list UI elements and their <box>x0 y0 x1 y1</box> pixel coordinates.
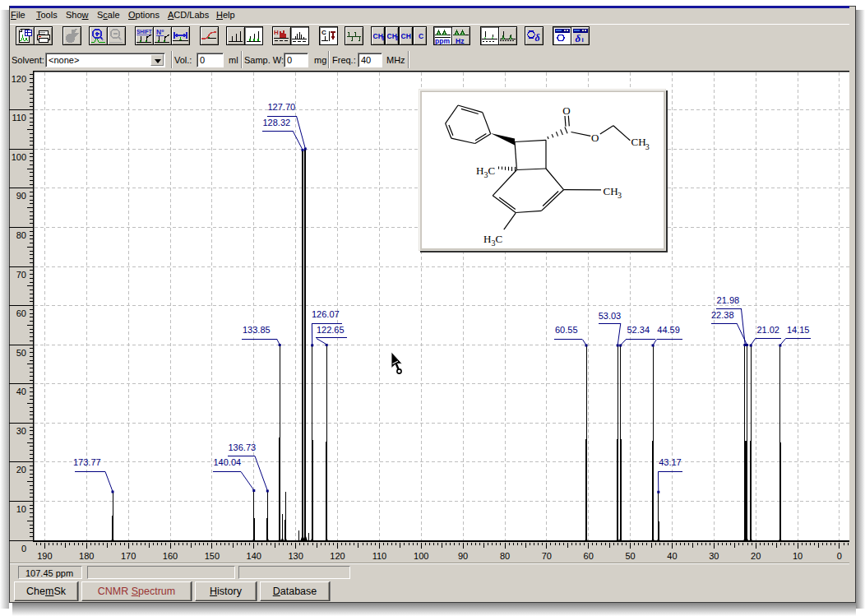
svg-text:70: 70 <box>16 270 26 280</box>
svg-text:110: 110 <box>372 551 387 561</box>
svg-text:160: 160 <box>163 551 178 561</box>
svg-text:90: 90 <box>458 551 468 561</box>
svg-text:44.59: 44.59 <box>657 325 680 335</box>
svg-text:14.15: 14.15 <box>787 325 810 335</box>
svg-text:70: 70 <box>542 551 552 561</box>
svg-text:122.65: 122.65 <box>317 325 345 335</box>
svg-text:30: 30 <box>709 551 719 561</box>
svg-text:190: 190 <box>37 551 52 561</box>
svg-text:CH: CH <box>631 136 646 148</box>
svg-text:H: H <box>483 233 491 245</box>
svg-text:21.02: 21.02 <box>756 325 779 335</box>
svg-text:40: 40 <box>16 387 26 396</box>
svg-text:120: 120 <box>12 74 26 84</box>
svg-text:60: 60 <box>584 551 594 561</box>
svg-text:40: 40 <box>667 551 677 561</box>
svg-text:53.03: 53.03 <box>599 311 622 321</box>
svg-text:128.32: 128.32 <box>263 118 291 127</box>
svg-text:21.98: 21.98 <box>717 295 740 305</box>
svg-text:0: 0 <box>837 551 842 561</box>
svg-text:90: 90 <box>16 191 26 201</box>
svg-text:140.04: 140.04 <box>214 457 242 467</box>
svg-text:180: 180 <box>79 551 94 561</box>
svg-text:10: 10 <box>16 504 26 514</box>
svg-text:126.07: 126.07 <box>312 309 340 319</box>
svg-text:60: 60 <box>16 308 26 318</box>
svg-text:3: 3 <box>645 142 650 151</box>
svg-text:20: 20 <box>16 465 26 475</box>
svg-text:0: 0 <box>21 544 26 553</box>
svg-text:170: 170 <box>121 551 136 561</box>
svg-text:CH: CH <box>604 185 618 197</box>
svg-text:60.55: 60.55 <box>555 325 578 335</box>
svg-text:O: O <box>591 132 599 144</box>
svg-text:22.38: 22.38 <box>711 310 734 320</box>
svg-text:173.77: 173.77 <box>73 457 101 467</box>
svg-text:O: O <box>562 104 570 117</box>
svg-text:120: 120 <box>330 551 345 561</box>
svg-text:H: H <box>476 164 483 177</box>
svg-text:C: C <box>488 164 496 177</box>
svg-text:C: C <box>496 233 503 245</box>
svg-text:130: 130 <box>288 551 303 561</box>
svg-text:3: 3 <box>618 191 622 200</box>
svg-text:20: 20 <box>751 551 761 561</box>
svg-text:127.70: 127.70 <box>268 102 296 112</box>
svg-text:100: 100 <box>414 551 428 561</box>
svg-text:43.17: 43.17 <box>659 457 682 467</box>
svg-text:30: 30 <box>16 426 26 436</box>
svg-text:100: 100 <box>12 152 26 162</box>
svg-text:80: 80 <box>500 551 510 561</box>
svg-text:150: 150 <box>205 551 220 561</box>
svg-text:140: 140 <box>247 551 261 561</box>
svg-text:136.73: 136.73 <box>229 442 257 452</box>
svg-text:10: 10 <box>793 551 803 561</box>
svg-text:133.85: 133.85 <box>243 325 271 335</box>
svg-text:50: 50 <box>16 348 26 358</box>
svg-text:50: 50 <box>625 551 635 561</box>
svg-text:110: 110 <box>12 113 26 123</box>
svg-text:52.34: 52.34 <box>627 325 650 335</box>
svg-text:80: 80 <box>16 230 26 240</box>
